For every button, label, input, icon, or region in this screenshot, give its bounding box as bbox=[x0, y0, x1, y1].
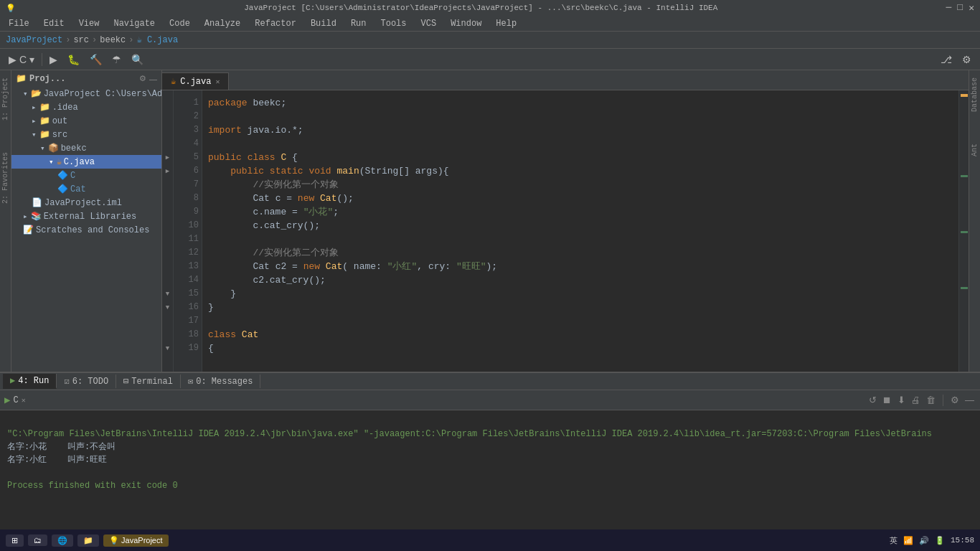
tree-item-cjava[interactable]: ▾ ☕ C.java bbox=[11, 155, 161, 169]
breadcrumb-project[interactable]: JavaProject bbox=[6, 35, 62, 45]
favorites-panel-tab[interactable]: 2: Favorites bbox=[0, 151, 11, 205]
tree-label-scratches: Scratches and Consoles bbox=[36, 225, 149, 235]
menu-item-tools[interactable]: Tools bbox=[375, 17, 413, 30]
fold-line-5[interactable]: ▶ bbox=[162, 151, 173, 164]
titlebar-left: 💡 bbox=[6, 4, 16, 13]
tree-item-idea[interactable]: ▸ 📁 .idea bbox=[11, 100, 161, 114]
messages-tab-icon: ✉ bbox=[188, 376, 193, 387]
tree-item-c-class[interactable]: 🔷 C bbox=[11, 169, 161, 182]
tree-item-javaproject[interactable]: ▾ 📂 JavaProject C:\Users\Ad bbox=[11, 87, 161, 100]
breadcrumb-beekc[interactable]: beekc bbox=[100, 35, 126, 45]
tree-icon-c-class: 🔷 bbox=[57, 170, 68, 181]
menu-item-file[interactable]: File bbox=[3, 17, 35, 30]
breadcrumb-sep3: › bbox=[128, 35, 133, 45]
gutter-info-mark1 bbox=[961, 175, 968, 177]
ant-panel-tab[interactable]: Ant bbox=[969, 142, 980, 158]
tree-label-cat-class: Cat bbox=[70, 184, 86, 194]
tree-item-beekc[interactable]: ▾ 📦 beekc bbox=[11, 141, 161, 155]
tree-item-scratches[interactable]: 📝 Scratches and Consoles bbox=[11, 223, 161, 237]
tree-item-iml[interactable]: 📄 JavaProject.iml bbox=[11, 196, 161, 209]
bottom-tab-run[interactable]: ▶ 4: Run bbox=[3, 374, 57, 389]
menu-item-view[interactable]: View bbox=[73, 17, 105, 30]
print-button[interactable]: 🖨 bbox=[910, 393, 922, 407]
tree-icon-src: 📁 bbox=[39, 129, 50, 140]
stop-button[interactable]: ⏹ bbox=[881, 393, 893, 407]
close-button[interactable]: ✕ bbox=[969, 2, 974, 14]
clear-console-button[interactable]: 🗑 bbox=[925, 393, 937, 407]
run-config-close[interactable]: ✕ bbox=[22, 396, 26, 405]
menu-item-analyze[interactable]: Analyze bbox=[199, 17, 246, 30]
breadcrumb-file[interactable]: ☕ C.java bbox=[136, 34, 178, 45]
debug-button[interactable]: 🐛 bbox=[65, 52, 83, 67]
clock: 15:58 bbox=[951, 536, 974, 545]
menu-item-vcs[interactable]: VCS bbox=[415, 17, 443, 30]
volume-icon: 🔊 bbox=[919, 536, 929, 545]
fold-line-7 bbox=[162, 178, 173, 192]
intellij-taskbar-button[interactable]: 💡 JavaProject bbox=[103, 534, 169, 547]
expand-icon5: ▾ bbox=[40, 143, 45, 153]
language-indicator[interactable]: 英 bbox=[890, 535, 897, 546]
settings-console-button[interactable]: ⚙ bbox=[949, 393, 961, 407]
bottom-tab-messages[interactable]: ✉ 0: Messages bbox=[181, 375, 260, 388]
scroll-to-end-button[interactable]: ⬇ bbox=[896, 393, 907, 407]
folder-button[interactable]: 📁 bbox=[77, 534, 99, 547]
breadcrumb-src[interactable]: src bbox=[73, 35, 89, 45]
sidebar-collapse-button[interactable]: — bbox=[149, 75, 157, 83]
tree-item-external-libraries[interactable]: ▸ 📚 External Libraries bbox=[11, 209, 161, 223]
search-everywhere[interactable]: 🔍 bbox=[128, 52, 146, 67]
run-config-selector[interactable]: ▶ C ▾ bbox=[6, 52, 37, 67]
menu-item-build[interactable]: Build bbox=[305, 17, 342, 30]
rerun-button[interactable]: ↺ bbox=[867, 393, 878, 407]
tree-icon-project: 📂 bbox=[31, 88, 42, 99]
run-indicator: ▶ C ✕ bbox=[4, 394, 26, 406]
tree-label-src: src bbox=[52, 130, 68, 140]
right-scroll-gutter[interactable] bbox=[958, 90, 969, 372]
maximize-button[interactable]: □ bbox=[957, 2, 963, 14]
run-button[interactable]: ▶ bbox=[47, 52, 60, 67]
fold-line-15: ▼ bbox=[162, 287, 173, 301]
todo-tab-icon: ☑ bbox=[64, 376, 69, 387]
tree-item-cat-class[interactable]: 🔷 Cat bbox=[11, 182, 161, 196]
fold-line-6[interactable]: ▶ bbox=[162, 164, 173, 178]
menu-item-navigate[interactable]: Navigate bbox=[108, 17, 161, 30]
tree-item-out[interactable]: ▸ 📁 out bbox=[11, 114, 161, 128]
menu-item-edit[interactable]: Edit bbox=[38, 17, 70, 30]
close-console-button[interactable]: — bbox=[963, 393, 976, 407]
explorer-button[interactable]: 🗂 bbox=[28, 534, 47, 546]
vcs-button[interactable]: ⎇ bbox=[938, 52, 955, 67]
todo-tab-label: 6: TODO bbox=[72, 377, 108, 387]
build-button[interactable]: 🔨 bbox=[87, 52, 105, 67]
tab-close-cjava[interactable]: ✕ bbox=[215, 77, 220, 86]
run-with-coverage[interactable]: ☂ bbox=[109, 52, 124, 67]
tree-label-c-class: C bbox=[70, 171, 75, 181]
bottom-tab-todo[interactable]: ☑ 6: TODO bbox=[57, 375, 116, 388]
editor-tab-cjava[interactable]: ☕ C.java ✕ bbox=[162, 72, 229, 90]
sidebar-settings-button[interactable]: ⚙ bbox=[139, 74, 146, 83]
tree-icon-scratches: 📝 bbox=[23, 225, 34, 235]
database-panel-tab[interactable]: Database bbox=[969, 76, 980, 113]
project-panel-tab[interactable]: 1: Project bbox=[0, 76, 11, 122]
fold-line-19: ▼ bbox=[162, 342, 173, 355]
start-button[interactable]: ⊞ bbox=[6, 534, 24, 547]
tree-icon-cat-class: 🔷 bbox=[57, 184, 68, 194]
settings-button[interactable]: ⚙ bbox=[959, 52, 974, 67]
fold-line-1 bbox=[162, 96, 173, 110]
menu-item-refactor[interactable]: Refactor bbox=[249, 17, 302, 30]
bottom-tab-terminal[interactable]: ⊟ Terminal bbox=[116, 375, 181, 388]
tab-label-cjava: C.java bbox=[180, 77, 211, 87]
minimize-button[interactable]: ─ bbox=[946, 2, 952, 14]
code-editor[interactable]: ▶ ▶ ▼ ▼ ▼ 12 bbox=[162, 90, 969, 372]
console-line-2: 名字:小红 叫声:旺旺 bbox=[7, 455, 107, 465]
menu-item-window[interactable]: Window bbox=[445, 17, 487, 30]
code-content[interactable]: package beekc; import java.io.*; public … bbox=[202, 90, 958, 372]
fold-line-9 bbox=[162, 205, 173, 219]
tree-icon-beekc: 📦 bbox=[48, 143, 59, 154]
tree-item-src[interactable]: ▾ 📁 src bbox=[11, 128, 161, 141]
sidebar-title: Proj... bbox=[29, 74, 65, 84]
tree-label-javaproject: JavaProject C:\Users\Ad bbox=[44, 89, 162, 99]
menu-item-code[interactable]: Code bbox=[164, 17, 196, 30]
browser-button[interactable]: 🌐 bbox=[52, 534, 73, 547]
menu-item-help[interactable]: Help bbox=[490, 17, 522, 30]
run-green-icon: ▶ bbox=[4, 394, 10, 406]
menu-item-run[interactable]: Run bbox=[345, 17, 372, 30]
